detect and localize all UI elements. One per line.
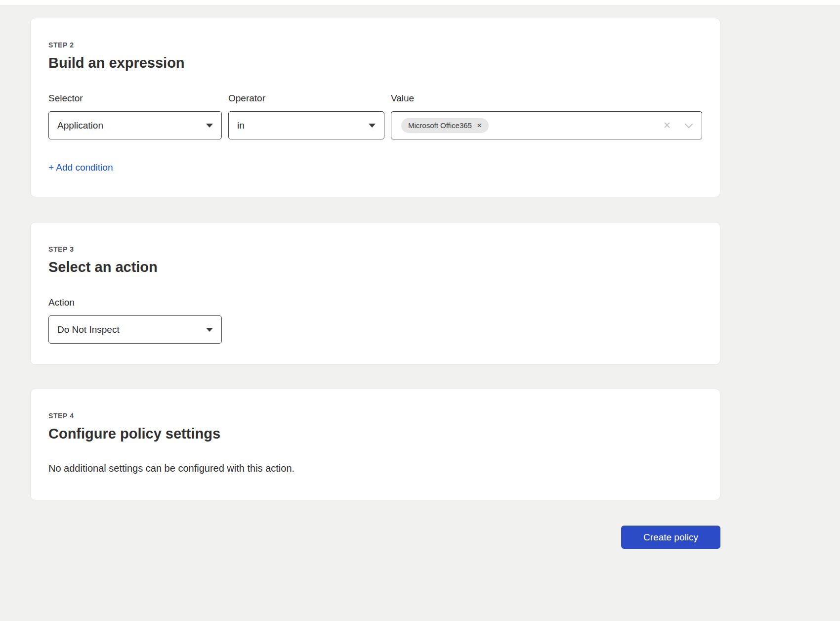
value-tag-label: Microsoft Office365 [408, 121, 472, 130]
step4-title: Configure policy settings [48, 426, 702, 442]
step2-step-label: STEP 2 [48, 41, 702, 49]
step3-step-label: STEP 3 [48, 245, 702, 253]
multiselect-controls: ✕ [663, 121, 692, 130]
selector-value: Application [57, 120, 103, 131]
create-policy-button[interactable]: Create policy [621, 526, 720, 549]
selector-field: Selector Application [48, 93, 222, 139]
step3-title: Select an action [48, 259, 702, 275]
settings-note: No additional settings can be configured… [48, 463, 702, 474]
action-field: Action Do Not Inspect [48, 297, 702, 344]
operator-value: in [237, 120, 245, 131]
value-tag: Microsoft Office365 ✕ [401, 118, 489, 133]
operator-dropdown[interactable]: in [228, 111, 384, 139]
chevron-down-icon[interactable] [685, 120, 693, 128]
selector-label: Selector [48, 93, 222, 104]
expression-fields-row: Selector Application Operator in Value M… [48, 93, 702, 139]
action-dropdown[interactable]: Do Not Inspect [48, 315, 222, 344]
tag-remove-icon[interactable]: ✕ [477, 123, 482, 129]
clear-icon[interactable]: ✕ [663, 121, 671, 130]
add-condition-link[interactable]: + Add condition [48, 162, 113, 173]
step2-title: Build an expression [48, 55, 702, 71]
step3-card: STEP 3 Select an action Action Do Not In… [30, 222, 720, 365]
chevron-down-icon [369, 124, 376, 128]
selector-dropdown[interactable]: Application [48, 111, 222, 139]
footer: Create policy [30, 526, 720, 549]
action-label: Action [48, 297, 702, 308]
operator-label: Operator [228, 93, 384, 104]
step2-card: STEP 2 Build an expression Selector Appl… [30, 18, 720, 197]
action-value: Do Not Inspect [57, 324, 120, 335]
chevron-down-icon [206, 328, 213, 332]
value-multiselect[interactable]: Microsoft Office365 ✕ ✕ [391, 111, 702, 139]
step4-step-label: STEP 4 [48, 412, 702, 420]
top-strip [0, 0, 840, 5]
value-label: Value [391, 93, 702, 104]
value-field: Value Microsoft Office365 ✕ ✕ [391, 93, 702, 139]
chevron-down-icon [206, 124, 213, 128]
operator-field: Operator in [228, 93, 384, 139]
step4-card: STEP 4 Configure policy settings No addi… [30, 389, 720, 500]
